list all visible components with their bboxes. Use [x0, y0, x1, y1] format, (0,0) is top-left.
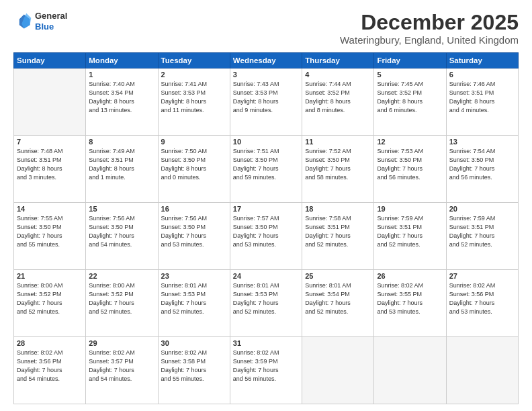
day-number: 11 — [305, 138, 371, 146]
day-info: Sunrise: 7:55 AM Sunset: 3:50 PM Dayligh… — [17, 214, 83, 249]
day-number: 29 — [89, 339, 154, 347]
calendar-cell: 20Sunrise: 7:59 AM Sunset: 3:51 PM Dayli… — [446, 203, 518, 270]
day-info: Sunrise: 7:48 AM Sunset: 3:51 PM Dayligh… — [17, 147, 83, 182]
day-info: Sunrise: 7:49 AM Sunset: 3:51 PM Dayligh… — [89, 147, 154, 182]
day-info: Sunrise: 8:02 AM Sunset: 3:56 PM Dayligh… — [17, 349, 83, 383]
day-info: Sunrise: 8:00 AM Sunset: 3:52 PM Dayligh… — [17, 281, 83, 316]
day-info: Sunrise: 7:53 AM Sunset: 3:50 PM Dayligh… — [377, 147, 443, 182]
day-number: 1 — [89, 71, 154, 79]
calendar-cell — [374, 337, 446, 404]
logo: General Blue — [13, 11, 67, 32]
day-info: Sunrise: 8:02 AM Sunset: 3:59 PM Dayligh… — [233, 349, 299, 383]
calendar-header-wednesday: Wednesday — [230, 53, 302, 68]
calendar-week-row-1: 7Sunrise: 7:48 AM Sunset: 3:51 PM Daylig… — [14, 136, 519, 203]
day-number: 7 — [17, 138, 83, 146]
calendar-cell: 27Sunrise: 8:02 AM Sunset: 3:56 PM Dayli… — [446, 270, 518, 337]
logo-line2: Blue — [35, 21, 67, 32]
day-info: Sunrise: 7:40 AM Sunset: 3:54 PM Dayligh… — [89, 80, 154, 115]
calendar-cell: 11Sunrise: 7:52 AM Sunset: 3:50 PM Dayli… — [302, 136, 374, 203]
calendar-cell: 5Sunrise: 7:45 AM Sunset: 3:52 PM Daylig… — [374, 68, 446, 136]
day-number: 27 — [449, 272, 515, 280]
day-number: 30 — [161, 339, 227, 347]
logo-line1: General — [35, 11, 67, 21]
day-number: 3 — [233, 71, 299, 79]
day-info: Sunrise: 8:01 AM Sunset: 3:54 PM Dayligh… — [305, 281, 371, 316]
day-info: Sunrise: 7:54 AM Sunset: 3:50 PM Dayligh… — [449, 147, 515, 182]
day-number: 14 — [17, 205, 83, 213]
calendar-header-row: SundayMondayTuesdayWednesdayThursdayFrid… — [14, 53, 519, 68]
day-info: Sunrise: 7:50 AM Sunset: 3:50 PM Dayligh… — [161, 147, 227, 182]
calendar-cell: 16Sunrise: 7:56 AM Sunset: 3:50 PM Dayli… — [158, 203, 230, 270]
calendar-cell: 1Sunrise: 7:40 AM Sunset: 3:54 PM Daylig… — [86, 68, 158, 136]
calendar-week-row-4: 28Sunrise: 8:02 AM Sunset: 3:56 PM Dayli… — [14, 337, 519, 404]
calendar-cell: 2Sunrise: 7:41 AM Sunset: 3:53 PM Daylig… — [158, 68, 230, 136]
calendar-header-saturday: Saturday — [446, 53, 518, 68]
day-info: Sunrise: 8:02 AM Sunset: 3:58 PM Dayligh… — [161, 349, 227, 383]
day-info: Sunrise: 8:02 AM Sunset: 3:57 PM Dayligh… — [89, 349, 154, 383]
day-info: Sunrise: 8:01 AM Sunset: 3:53 PM Dayligh… — [233, 281, 299, 316]
calendar-cell: 23Sunrise: 8:01 AM Sunset: 3:53 PM Dayli… — [158, 270, 230, 337]
calendar-cell: 19Sunrise: 7:59 AM Sunset: 3:51 PM Dayli… — [374, 203, 446, 270]
title-block: December 2025 Wateringbury, England, Uni… — [340, 11, 519, 46]
calendar-cell: 9Sunrise: 7:50 AM Sunset: 3:50 PM Daylig… — [158, 136, 230, 203]
day-info: Sunrise: 7:59 AM Sunset: 3:51 PM Dayligh… — [377, 214, 443, 249]
calendar-week-row-0: 1Sunrise: 7:40 AM Sunset: 3:54 PM Daylig… — [14, 68, 519, 136]
day-info: Sunrise: 7:41 AM Sunset: 3:53 PM Dayligh… — [161, 80, 227, 115]
day-number: 21 — [17, 272, 83, 280]
calendar-cell: 31Sunrise: 8:02 AM Sunset: 3:59 PM Dayli… — [230, 337, 302, 404]
day-number: 5 — [377, 71, 443, 79]
subtitle: Wateringbury, England, United Kingdom — [340, 34, 519, 46]
day-number: 4 — [305, 71, 371, 79]
calendar-cell: 25Sunrise: 8:01 AM Sunset: 3:54 PM Dayli… — [302, 270, 374, 337]
calendar-cell: 6Sunrise: 7:46 AM Sunset: 3:51 PM Daylig… — [446, 68, 518, 136]
calendar-cell: 8Sunrise: 7:49 AM Sunset: 3:51 PM Daylig… — [86, 136, 158, 203]
day-info: Sunrise: 7:58 AM Sunset: 3:51 PM Dayligh… — [305, 214, 371, 249]
calendar-header-friday: Friday — [374, 53, 446, 68]
calendar-cell — [302, 337, 374, 404]
calendar-cell: 22Sunrise: 8:00 AM Sunset: 3:52 PM Dayli… — [86, 270, 158, 337]
day-number: 2 — [161, 71, 227, 79]
day-number: 31 — [233, 339, 299, 347]
calendar-header-sunday: Sunday — [14, 53, 86, 68]
calendar-week-row-3: 21Sunrise: 8:00 AM Sunset: 3:52 PM Dayli… — [14, 270, 519, 337]
calendar-cell — [14, 68, 86, 136]
day-info: Sunrise: 7:59 AM Sunset: 3:51 PM Dayligh… — [449, 214, 515, 249]
day-number: 8 — [89, 138, 154, 146]
calendar-cell: 3Sunrise: 7:43 AM Sunset: 3:53 PM Daylig… — [230, 68, 302, 136]
calendar-cell: 4Sunrise: 7:44 AM Sunset: 3:52 PM Daylig… — [302, 68, 374, 136]
header: General Blue December 2025 Wateringbury,… — [13, 11, 519, 46]
day-info: Sunrise: 7:56 AM Sunset: 3:50 PM Dayligh… — [161, 214, 227, 249]
day-info: Sunrise: 7:43 AM Sunset: 3:53 PM Dayligh… — [233, 80, 299, 115]
day-info: Sunrise: 7:46 AM Sunset: 3:51 PM Dayligh… — [449, 80, 515, 115]
day-number: 19 — [377, 205, 443, 213]
calendar-cell: 18Sunrise: 7:58 AM Sunset: 3:51 PM Dayli… — [302, 203, 374, 270]
day-number: 26 — [377, 272, 443, 280]
day-info: Sunrise: 7:44 AM Sunset: 3:52 PM Dayligh… — [305, 80, 371, 115]
calendar-header-tuesday: Tuesday — [158, 53, 230, 68]
calendar-cell: 24Sunrise: 8:01 AM Sunset: 3:53 PM Dayli… — [230, 270, 302, 337]
calendar-cell: 29Sunrise: 8:02 AM Sunset: 3:57 PM Dayli… — [86, 337, 158, 404]
calendar-cell: 14Sunrise: 7:55 AM Sunset: 3:50 PM Dayli… — [14, 203, 86, 270]
day-number: 10 — [233, 138, 299, 146]
calendar-cell: 15Sunrise: 7:56 AM Sunset: 3:50 PM Dayli… — [86, 203, 158, 270]
calendar-cell: 13Sunrise: 7:54 AM Sunset: 3:50 PM Dayli… — [446, 136, 518, 203]
day-info: Sunrise: 7:52 AM Sunset: 3:50 PM Dayligh… — [305, 147, 371, 182]
day-number: 24 — [233, 272, 299, 280]
day-info: Sunrise: 8:00 AM Sunset: 3:52 PM Dayligh… — [89, 281, 154, 316]
calendar-header-thursday: Thursday — [302, 53, 374, 68]
day-number: 18 — [305, 205, 371, 213]
day-number: 23 — [161, 272, 227, 280]
calendar-header-monday: Monday — [86, 53, 158, 68]
calendar-cell: 30Sunrise: 8:02 AM Sunset: 3:58 PM Dayli… — [158, 337, 230, 404]
calendar-table: SundayMondayTuesdayWednesdayThursdayFrid… — [13, 52, 519, 404]
day-number: 25 — [305, 272, 371, 280]
calendar-cell: 12Sunrise: 7:53 AM Sunset: 3:50 PM Dayli… — [374, 136, 446, 203]
day-info: Sunrise: 8:01 AM Sunset: 3:53 PM Dayligh… — [161, 281, 227, 316]
day-info: Sunrise: 7:57 AM Sunset: 3:50 PM Dayligh… — [233, 214, 299, 249]
day-info: Sunrise: 7:45 AM Sunset: 3:52 PM Dayligh… — [377, 80, 443, 115]
day-number: 9 — [161, 138, 227, 146]
calendar-cell: 28Sunrise: 8:02 AM Sunset: 3:56 PM Dayli… — [14, 337, 86, 404]
logo-text: General Blue — [35, 11, 67, 32]
day-info: Sunrise: 7:51 AM Sunset: 3:50 PM Dayligh… — [233, 147, 299, 182]
day-number: 20 — [449, 205, 515, 213]
